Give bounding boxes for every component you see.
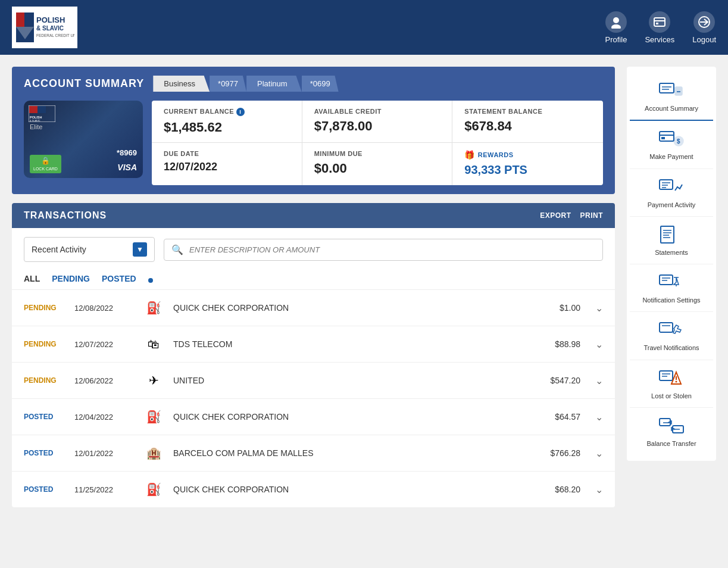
svg-rect-16 — [38, 106, 46, 113]
transactions-actions: EXPORT PRINT — [540, 211, 603, 220]
filter-tabs: ALL PENDING POSTED — [12, 271, 615, 289]
header: POLISH & SLAVIC FEDERAL CREDIT UNION Pro… — [0, 0, 728, 55]
notification-settings-icon — [657, 271, 686, 293]
sidebar-label-make-payment: Make Payment — [649, 152, 693, 161]
tab-num1[interactable]: *0977 — [210, 76, 246, 92]
available-credit-value: $7,878.00 — [314, 118, 440, 134]
transactions-filters: Recent Activity ▼ 🔍 — [12, 228, 615, 271]
sidebar-item-make-payment[interactable]: $ Make Payment — [630, 121, 713, 168]
tx-expand-0[interactable]: ⌄ — [595, 302, 603, 314]
table-row: PENDING 12/06/2022 ✈ UNITED $547.20 ⌄ — [12, 362, 615, 398]
metric-minimum-due: MINIMUM DUE $0.00 — [302, 143, 453, 185]
card-lock-button[interactable]: 🔒 LOCK CARD — [30, 155, 61, 173]
svg-rect-2 — [24, 13, 34, 27]
tab-num2[interactable]: *0699 — [302, 76, 339, 92]
metric-statement-balance: STATEMENT BALANCE $678.84 — [452, 101, 603, 143]
metric-available-credit: AVAILABLE CREDIT $7,878.00 — [302, 101, 453, 143]
tab-platinum[interactable]: Platinum — [246, 76, 302, 92]
svg-point-7 — [613, 17, 619, 23]
profile-label: Profile — [605, 35, 627, 44]
svg-rect-19 — [660, 83, 674, 93]
tx-icon-2: ✈ — [143, 370, 164, 391]
tab-business[interactable]: Business — [153, 76, 210, 92]
sidebar-item-lost-or-stolen[interactable]: Lost or Stolen — [630, 360, 713, 408]
tx-icon-0: ⛽ — [143, 297, 164, 319]
sidebar-item-statements[interactable]: Statements — [630, 217, 713, 264]
card-network: VISA — [117, 163, 137, 172]
tx-amount-0: $1.00 — [533, 303, 580, 313]
payment-activity-icon — [657, 176, 686, 198]
summary-body: POLISH & SLAVIC Elite *8969 🔒 LOCK CARD … — [24, 101, 603, 185]
logout-label: Logout — [692, 35, 716, 44]
activity-selector-text: Recent Activity — [32, 245, 86, 254]
print-button[interactable]: PRINT — [580, 211, 604, 220]
tx-amount-2: $547.20 — [533, 376, 580, 385]
travel-notifications-icon — [657, 319, 686, 341]
services-label: Services — [645, 35, 674, 44]
tx-desc-5: QUICK CHEK CORPORATION — [173, 485, 524, 494]
make-payment-icon: $ — [657, 128, 686, 149]
filter-tab-pending[interactable]: PENDING — [52, 274, 90, 283]
sidebar-item-notification-settings[interactable]: Notification Settings — [630, 264, 713, 312]
main-container: ACCOUNT SUMMARY Business *0977 Platinum … — [0, 55, 728, 519]
account-summary-icon — [657, 80, 686, 101]
sidebar-label-travel-notifications: Travel Notifications — [643, 344, 699, 352]
filter-active-indicator — [148, 278, 153, 283]
sidebar-item-travel-notifications[interactable]: Travel Notifications — [630, 312, 713, 360]
header-nav: Profile Services Logout — [605, 11, 716, 44]
tx-expand-5[interactable]: ⌄ — [595, 484, 603, 495]
rewards-value: 93,333 PTS — [464, 163, 591, 177]
logo-box: POLISH & SLAVIC FEDERAL CREDIT UNION — [12, 7, 77, 48]
nav-services[interactable]: Services — [645, 11, 674, 44]
svg-rect-45 — [660, 371, 673, 380]
filter-tab-posted[interactable]: POSTED — [102, 274, 136, 283]
tx-expand-1[interactable]: ⌄ — [595, 339, 603, 350]
sidebar-label-lost-or-stolen: Lost or Stolen — [651, 392, 692, 400]
tx-date-2: 12/06/2022 — [74, 376, 134, 385]
tx-date-1: 12/07/2022 — [74, 340, 134, 349]
tx-desc-3: QUICK CHEK CORPORATION — [173, 412, 524, 422]
search-input[interactable] — [189, 245, 595, 254]
current-balance-value: $1,485.62 — [164, 120, 290, 135]
tx-expand-3[interactable]: ⌄ — [595, 411, 603, 423]
content-area: ACCOUNT SUMMARY Business *0977 Platinum … — [12, 67, 615, 507]
tx-desc-0: QUICK CHEK CORPORATION — [173, 303, 524, 313]
nav-profile[interactable]: Profile — [605, 11, 627, 44]
metric-due-date: DUE DATE 12/07/2022 — [152, 143, 302, 185]
svg-text:& SLAVIC: & SLAVIC — [36, 25, 64, 32]
due-date-value: 12/07/2022 — [164, 161, 290, 173]
activity-selector[interactable]: Recent Activity ▼ — [24, 237, 155, 262]
transaction-list: PENDING 12/08/2022 ⛽ QUICK CHEK CORPORAT… — [12, 289, 615, 507]
tx-date-4: 12/01/2022 — [74, 449, 134, 458]
nav-logout[interactable]: Logout — [692, 11, 716, 44]
sidebar-item-balance-transfer[interactable]: Balance Transfer — [630, 408, 713, 455]
tx-expand-2[interactable]: ⌄ — [595, 375, 603, 386]
balance-transfer-icon — [657, 415, 686, 436]
tx-date-3: 12/04/2022 — [74, 413, 134, 422]
export-button[interactable]: EXPORT — [540, 211, 571, 220]
tx-date-5: 11/25/2022 — [74, 485, 134, 494]
sidebar-item-payment-activity[interactable]: Payment Activity — [630, 169, 713, 217]
sidebar-card: Account Summary $ Make Payment Payment A… — [627, 67, 716, 461]
statement-balance-value: $678.84 — [464, 118, 591, 134]
svg-text:POLISH: POLISH — [36, 15, 65, 24]
table-row: POSTED 11/25/2022 ⛽ QUICK CHEK CORPORATI… — [12, 471, 615, 507]
logout-icon — [693, 11, 715, 33]
tx-icon-3: ⛽ — [143, 406, 164, 427]
search-icon[interactable]: 🔍 — [171, 244, 183, 255]
current-balance-info[interactable]: i — [236, 108, 245, 116]
svg-rect-38 — [660, 275, 673, 285]
sidebar-label-statements: Statements — [655, 248, 688, 257]
sidebar-item-account-summary[interactable]: Account Summary — [630, 73, 713, 121]
sidebar: Account Summary $ Make Payment Payment A… — [627, 67, 716, 507]
filter-tab-all[interactable]: ALL — [24, 274, 40, 283]
svg-rect-22 — [675, 87, 682, 95]
account-tabs: Business *0977 Platinum *0699 — [153, 76, 338, 92]
tx-icon-4: 🏨 — [143, 442, 164, 464]
tx-amount-1: $88.98 — [533, 339, 580, 349]
tx-icon-1: 🛍 — [143, 333, 164, 355]
tx-expand-4[interactable]: ⌄ — [595, 448, 603, 459]
svg-rect-43 — [660, 323, 673, 332]
sidebar-label-account-summary: Account Summary — [645, 104, 698, 113]
statements-icon — [657, 224, 686, 245]
